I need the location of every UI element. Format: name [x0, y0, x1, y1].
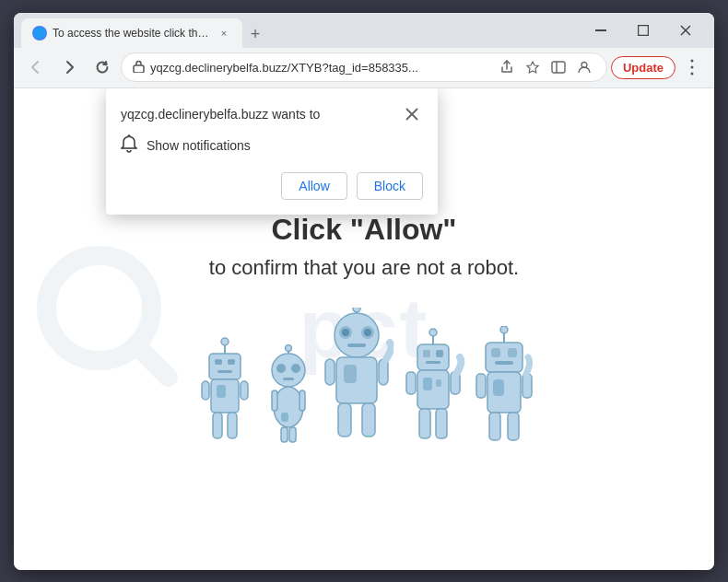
confirm-text: to confirm that you are not a robot. — [209, 256, 519, 280]
svg-point-30 — [274, 387, 303, 427]
svg-rect-33 — [299, 390, 305, 411]
browser-tab[interactable]: 🌐 To access the website click the "A × — [21, 18, 242, 48]
svg-rect-44 — [336, 357, 377, 403]
svg-rect-15 — [215, 359, 222, 365]
robot-2 — [264, 344, 312, 446]
svg-rect-19 — [217, 385, 226, 398]
content-area: pct Click "Allow" to confirm that you ar… — [14, 88, 714, 570]
robot-4 — [401, 326, 465, 446]
tab-close-button[interactable]: × — [217, 26, 231, 41]
svg-rect-69 — [495, 361, 513, 365]
svg-rect-43 — [347, 343, 366, 347]
svg-point-37 — [286, 344, 292, 351]
svg-rect-60 — [406, 372, 416, 394]
toolbar-right: Update — [611, 52, 707, 82]
svg-rect-22 — [213, 413, 222, 438]
notification-label: Show notifications — [147, 138, 251, 153]
svg-rect-16 — [228, 359, 235, 365]
svg-point-9 — [691, 60, 694, 63]
block-button[interactable]: Block — [357, 172, 423, 200]
sidebar-icon[interactable] — [547, 56, 569, 78]
svg-rect-75 — [508, 413, 519, 440]
popup-header: yqzcg.declinerybelfa.buzz wants to — [121, 103, 423, 125]
svg-point-28 — [291, 364, 300, 373]
update-button[interactable]: Update — [611, 56, 675, 79]
svg-rect-34 — [281, 427, 288, 442]
window-controls — [580, 13, 707, 48]
robots-illustration — [193, 308, 535, 446]
svg-rect-72 — [476, 374, 486, 398]
svg-point-65 — [429, 329, 437, 336]
svg-point-77 — [500, 326, 508, 333]
forward-button[interactable] — [54, 52, 84, 82]
svg-rect-71 — [493, 379, 504, 396]
popup-buttons: Allow Block — [121, 172, 423, 200]
reload-button[interactable] — [88, 52, 117, 82]
notification-popup: yqzcg.declinerybelfa.buzz wants to Show … — [106, 88, 438, 215]
svg-rect-53 — [417, 344, 449, 370]
svg-rect-66 — [486, 343, 523, 372]
svg-rect-47 — [379, 359, 388, 385]
svg-rect-67 — [491, 348, 500, 357]
svg-point-25 — [221, 338, 229, 345]
account-icon[interactable] — [573, 56, 595, 78]
robot-3 — [320, 308, 393, 446]
svg-point-52 — [353, 308, 360, 312]
svg-rect-35 — [289, 427, 296, 442]
title-bar: 🌐 To access the website click the "A × + — [14, 13, 714, 48]
svg-rect-54 — [423, 350, 430, 357]
svg-rect-68 — [508, 348, 517, 357]
svg-rect-4 — [134, 65, 144, 73]
svg-point-11 — [691, 73, 694, 76]
svg-rect-1 — [639, 25, 649, 35]
browser-window: 🌐 To access the website click the "A × + — [14, 13, 714, 570]
allow-button[interactable]: Allow — [281, 172, 346, 200]
svg-point-42 — [364, 329, 371, 336]
page-content: Click "Allow" to confirm that you are no… — [14, 194, 714, 464]
svg-point-10 — [691, 66, 694, 69]
tab-title: To access the website click the "A — [53, 27, 211, 40]
svg-rect-59 — [436, 379, 441, 387]
svg-rect-17 — [217, 370, 232, 373]
robot-5 — [473, 326, 535, 446]
svg-rect-23 — [228, 413, 237, 438]
share-icon[interactable] — [496, 56, 518, 78]
url-text: yqzcg.declinerybelfa.buzz/XTYB?tag_id=85… — [150, 61, 490, 75]
svg-rect-21 — [241, 381, 248, 400]
svg-rect-56 — [426, 361, 440, 364]
svg-point-27 — [276, 364, 286, 373]
minimize-button[interactable] — [580, 13, 622, 48]
svg-marker-5 — [527, 62, 538, 73]
new-tab-button[interactable]: + — [242, 22, 268, 48]
restore-button[interactable] — [622, 13, 664, 48]
robot-1 — [193, 326, 257, 446]
bookmark-icon[interactable] — [522, 56, 544, 78]
svg-rect-0 — [595, 29, 606, 31]
address-bar[interactable]: yqzcg.declinerybelfa.buzz/XTYB?tag_id=85… — [121, 52, 607, 82]
svg-rect-6 — [552, 62, 565, 73]
svg-point-26 — [272, 354, 305, 387]
svg-rect-48 — [338, 403, 351, 436]
svg-rect-63 — [436, 409, 447, 438]
svg-rect-45 — [344, 365, 357, 383]
popup-title: yqzcg.declinerybelfa.buzz wants to — [121, 107, 320, 122]
svg-rect-46 — [325, 359, 335, 385]
address-icons — [496, 56, 595, 78]
svg-rect-74 — [489, 413, 500, 440]
popup-close-button[interactable] — [401, 103, 423, 125]
close-button[interactable] — [664, 13, 707, 48]
back-button[interactable] — [21, 52, 51, 82]
svg-rect-49 — [362, 403, 375, 436]
svg-rect-55 — [436, 350, 443, 357]
toolbar: yqzcg.declinerybelfa.buzz/XTYB?tag_id=85… — [14, 48, 714, 88]
svg-rect-32 — [272, 390, 277, 411]
click-allow-heading: Click "Allow" — [271, 213, 456, 247]
svg-rect-57 — [417, 370, 449, 409]
menu-button[interactable] — [677, 52, 707, 82]
tab-favicon: 🌐 — [32, 26, 47, 41]
svg-point-41 — [342, 329, 349, 336]
popup-notification-row: Show notifications — [121, 134, 423, 157]
tab-bar: 🌐 To access the website click the "A × + — [21, 13, 580, 48]
svg-rect-62 — [419, 409, 430, 438]
svg-rect-58 — [423, 378, 432, 390]
